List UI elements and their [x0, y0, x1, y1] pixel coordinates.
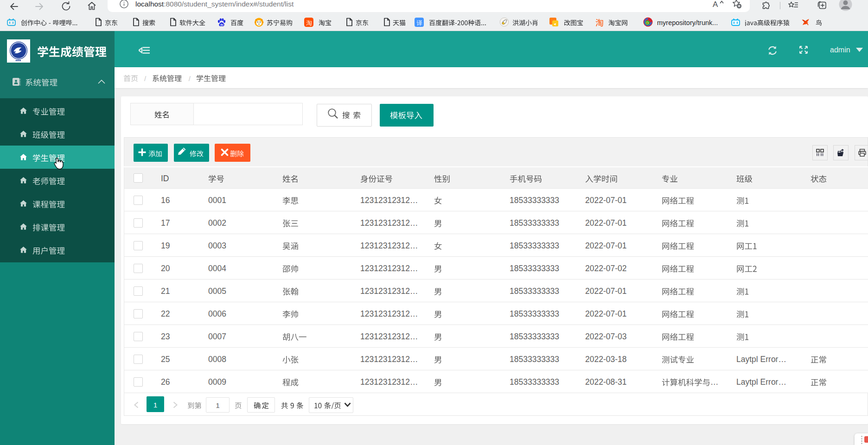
- svg-text:A: A: [713, 0, 718, 9]
- svg-text:du: du: [220, 23, 223, 26]
